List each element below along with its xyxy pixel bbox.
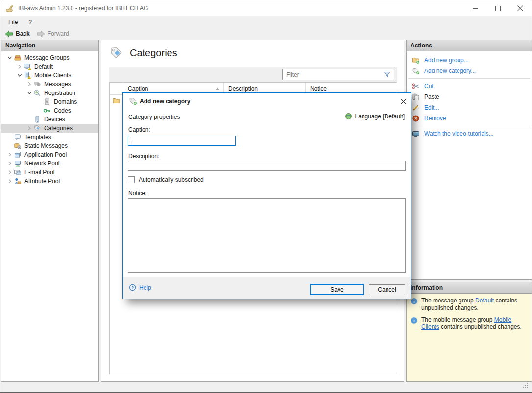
pencil-icon [412,104,420,112]
maximize-button[interactable] [486,0,509,16]
help-link[interactable]: ? Help [129,284,151,291]
column-label: Description [228,85,258,92]
tree-item-message-groups[interactable]: Message Groups [1,53,98,62]
action-edit[interactable]: Edit... [407,102,532,113]
tree-item-label: E-mail Pool [24,169,54,176]
chevron-spacer [35,98,43,106]
filter-box [282,69,394,80]
save-button[interactable]: Save [310,284,364,295]
language-selector[interactable]: Language [Default] [345,113,405,120]
tree-item-messages[interactable]: Messages [1,80,98,89]
attribute-pool-icon [14,177,22,185]
tree-item-label: Registration [44,90,75,96]
action-label: Paste [424,93,439,100]
tree-item-label: Templates [24,134,51,140]
table-header-selector [110,83,123,94]
tree-item-application-pool[interactable]: Application Pool [1,150,98,159]
tree-item-devices[interactable]: Devices [1,115,98,124]
close-button[interactable] [509,0,532,16]
tree-item-domains[interactable]: Domains [1,97,98,106]
tree-item-codes[interactable]: Codes [1,106,98,115]
caption-field[interactable] [128,136,236,146]
globe-icon [345,113,352,120]
cancel-button[interactable]: Cancel [369,284,405,295]
tree-item-mobile-clients[interactable]: Mobile Clients [1,71,98,80]
actions-panel-header: Actions [407,40,532,51]
actions-separator [408,78,530,79]
tree-item-registration[interactable]: Registration [1,89,98,97]
add-new-category-dialog: Add new category Category properties Lan… [122,92,411,299]
chevron-down-icon[interactable] [5,54,14,62]
dialog-title: Add new category [140,98,190,105]
tree-item-static-messages[interactable]: Static Messages [1,141,98,150]
chevron-right-icon[interactable] [25,80,33,88]
monitor-warning-icon [24,63,31,70]
information-panel: Information The message group Default co… [406,282,532,382]
tree-item-network-pool[interactable]: Network Pool [1,159,98,168]
status-bar [1,382,531,392]
action-add-new-category[interactable]: Add new category... [407,66,532,76]
menu-help[interactable]: ? [23,19,37,25]
application-pool-icon [14,151,22,159]
chevron-right-icon[interactable] [5,151,14,159]
notice-field[interactable] [128,198,406,273]
description-field[interactable] [128,161,406,171]
chevron-down-icon[interactable] [25,89,33,97]
registration-icon [33,89,41,97]
action-cut[interactable]: Cut [407,81,532,92]
parent-folder-icon [110,95,123,106]
action-remove[interactable]: Remove [407,113,532,124]
chevron-right-icon[interactable] [5,168,14,176]
action-add-new-group[interactable]: Add new group... [407,55,532,66]
tree-item-label: Domains [54,98,77,105]
menu-file[interactable]: File [3,19,23,25]
information-text: The message group Default contains unpub… [421,297,525,312]
help-icon: ? [129,284,136,291]
template-icon [14,133,22,141]
back-arrow-icon [5,30,13,38]
action-label: Remove [424,115,446,122]
chevron-right-icon[interactable] [5,160,14,167]
resize-grip-icon[interactable] [523,382,529,390]
tree-item-label: Attribute Pool [24,178,60,185]
action-paste[interactable]: Paste [407,92,532,102]
tag-plus-icon [412,67,420,75]
static-messages-icon [14,142,22,150]
message-group-link[interactable]: Default [475,297,494,304]
tree-item-templates[interactable]: Templates [1,133,98,141]
tree-item-email-pool[interactable]: E-mail Pool [1,168,98,177]
chevron-down-icon[interactable] [15,71,24,79]
column-label: Caption [128,85,148,92]
tree-item-attribute-pool[interactable]: Attribute Pool [1,177,98,185]
auto-subscribed-row: Automatically subscribed [128,176,204,183]
filter-funnel-icon[interactable] [383,71,391,78]
action-watch-video-tutorials[interactable]: Watch the video-tutorials... [407,128,532,139]
chevron-right-icon[interactable] [5,177,14,185]
dialog-close-icon[interactable] [399,97,408,106]
chevron-right-icon[interactable] [25,124,33,132]
clipboard-icon [412,93,420,101]
minimize-button[interactable] [464,0,486,16]
tree-item-categories[interactable]: Categories [1,124,98,133]
actions-separator [408,126,530,126]
notice-label: Notice: [128,190,146,197]
page-title-row: Categories [109,46,177,60]
filter-input[interactable] [283,71,383,78]
auto-subscribed-checkbox[interactable] [128,176,135,183]
tree-item-label: Categories [44,125,73,132]
app-icon [5,4,14,13]
action-label: Add new category... [424,68,476,74]
column-label: Notice [310,85,327,92]
window-title: IBI-aws Admin 1.23.0 - registered for IB… [18,5,148,12]
remove-icon [412,115,420,122]
tree-item-label: Codes [54,107,71,114]
dialog-footer: ? Help Save Cancel [123,277,411,299]
network-pool-icon [14,160,22,167]
chevron-right-icon[interactable] [15,63,24,70]
svg-text:?: ? [131,285,134,290]
information-item: The mobile message group Mobile Clients … [411,316,528,331]
navigation-toolbar: Back Forward [0,28,532,40]
back-button[interactable]: Back [1,28,33,39]
forward-button[interactable]: Forward [33,28,73,39]
tree-item-default[interactable]: Default [1,62,98,71]
